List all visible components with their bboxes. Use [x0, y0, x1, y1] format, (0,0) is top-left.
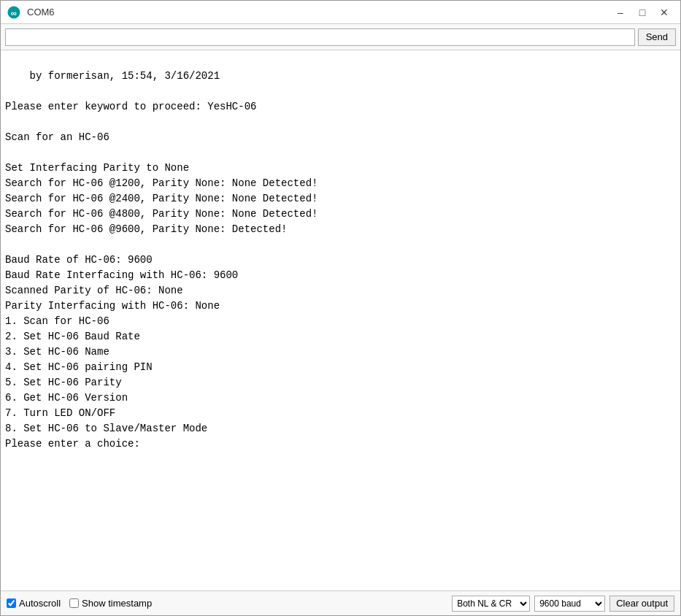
timestamp-checkbox[interactable]: [69, 598, 79, 608]
main-window: ∞ COM6 – □ ✕ Send by formerisan, 15:54, …: [0, 0, 681, 616]
autoscroll-text: Autoscroll: [19, 598, 61, 609]
timestamp-text: Show timestamp: [82, 598, 152, 609]
line-ending-select[interactable]: Both NL & CR No line ending Newline Carr…: [452, 596, 530, 612]
serial-output: by formerisan, 15:54, 3/16/2021 Please e…: [1, 50, 680, 590]
window-controls: – □ ✕: [610, 4, 674, 20]
svg-text:∞: ∞: [11, 7, 17, 17]
send-button[interactable]: Send: [638, 28, 676, 46]
timestamp-label[interactable]: Show timestamp: [69, 598, 152, 609]
maximize-button[interactable]: □: [632, 4, 653, 20]
window-title: COM6: [27, 7, 610, 18]
autoscroll-checkbox[interactable]: [7, 598, 16, 608]
minimize-button[interactable]: –: [610, 4, 631, 20]
serial-input[interactable]: [5, 28, 635, 46]
autoscroll-label[interactable]: Autoscroll: [7, 598, 61, 609]
app-logo: ∞: [7, 5, 21, 20]
status-right: Both NL & CR No line ending Newline Carr…: [452, 596, 674, 612]
close-button[interactable]: ✕: [654, 4, 674, 20]
output-text: by formerisan, 15:54, 3/16/2021 Please e…: [5, 70, 318, 450]
toolbar: Send: [1, 24, 680, 50]
title-bar: ∞ COM6 – □ ✕: [1, 1, 680, 24]
baud-rate-select[interactable]: 9600 baud 300 baud 1200 baud 2400 baud 4…: [534, 596, 605, 612]
clear-output-button[interactable]: Clear output: [609, 596, 674, 612]
status-bar: Autoscroll Show timestamp Both NL & CR N…: [1, 590, 680, 615]
